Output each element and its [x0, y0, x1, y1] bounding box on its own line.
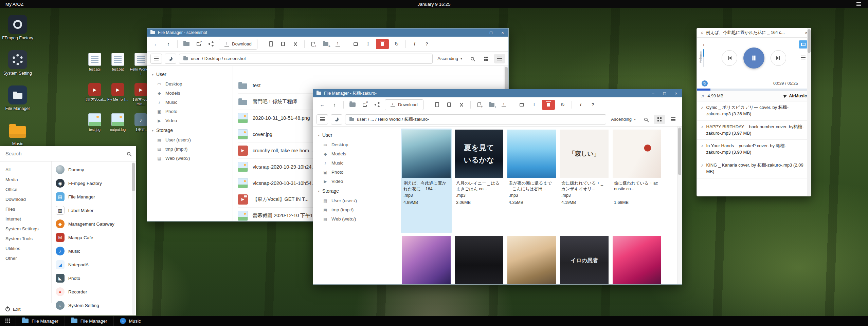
- sidebar-item[interactable]: ▤tmp (tmp:/): [147, 145, 233, 154]
- taskbar-item[interactable]: File Manager: [65, 316, 113, 326]
- sidebar-section-user[interactable]: ▾User: [313, 130, 399, 140]
- file-tile[interactable]: 憂 _ HamP cover...: [454, 235, 504, 284]
- file-tile[interactable]: 命に嫌われている + acoustic co... 1.69MB: [612, 129, 662, 233]
- sidebar-item[interactable]: ◆Models: [147, 89, 233, 98]
- new-folder-button[interactable]: [320, 39, 331, 50]
- help-button[interactable]: ?: [587, 99, 599, 110]
- delete-button[interactable]: [542, 100, 555, 110]
- sidebar-section-storage[interactable]: ▾Storage: [147, 125, 233, 135]
- download-button[interactable]: Download: [219, 39, 257, 50]
- new-file-button[interactable]: [308, 39, 319, 50]
- sidebar-item[interactable]: ▭Desktop: [313, 140, 399, 149]
- airmusic-button[interactable]: AirMusic: [784, 94, 807, 98]
- breadcrumb[interactable]: user: / Desktop / screenshot: [179, 54, 433, 64]
- app-list-item[interactable]: ▥ Label Maker: [52, 204, 136, 217]
- playlist-item[interactable]: ♪In Your Hands _ yusukeP cover. by 柘榴-za…: [697, 140, 811, 159]
- help-button[interactable]: ?: [421, 39, 433, 50]
- category-item[interactable]: Media: [0, 175, 51, 185]
- list-view-button[interactable]: [668, 115, 679, 124]
- sidebar-item[interactable]: ▤Web (web:/): [313, 214, 399, 224]
- paste-button[interactable]: [265, 39, 277, 50]
- list-view-button[interactable]: [494, 54, 505, 63]
- new-folder-button[interactable]: [486, 99, 498, 110]
- minimize-button[interactable]: –: [792, 28, 801, 37]
- playlist-item[interactable]: ♪Cynic _ ポリスピカデリー cover. by 柘榴-zakuro-.m…: [697, 101, 811, 121]
- app-list-item[interactable]: ▤ File Manager: [52, 190, 136, 204]
- search-icon[interactable]: [127, 152, 130, 155]
- open-button[interactable]: [181, 39, 192, 50]
- sidebar-item[interactable]: ▭Desktop: [147, 79, 233, 89]
- sidebar-item[interactable]: ▣Photo: [147, 107, 233, 116]
- file-tile[interactable]: 四季折々に揺られて...: [401, 235, 452, 284]
- upload-button[interactable]: [332, 39, 344, 50]
- refresh-button[interactable]: ↻: [557, 99, 568, 110]
- next-button[interactable]: [771, 50, 786, 66]
- app-list-item[interactable]: ◣ Photo: [52, 271, 136, 285]
- sidebar-item[interactable]: ▤User (user:/): [313, 196, 399, 205]
- back-button[interactable]: ←: [150, 39, 162, 50]
- back-button[interactable]: ←: [317, 99, 328, 110]
- dark-mode-button[interactable]: [331, 114, 342, 124]
- taskbar-item[interactable]: Music: [113, 316, 147, 326]
- category-item[interactable]: Files: [0, 204, 51, 214]
- menu-toggle-button[interactable]: [150, 54, 162, 64]
- properties-button[interactable]: [350, 39, 362, 50]
- playlist-scrollbar[interactable]: [807, 28, 811, 196]
- delete-button[interactable]: [376, 39, 389, 49]
- category-item[interactable]: Download: [0, 194, 51, 204]
- sort-dropdown[interactable]: Ascending▾: [609, 117, 638, 122]
- file-tile[interactable]: イロの愚者 亡霊圏少年 Avery...: [559, 235, 610, 284]
- search-button[interactable]: [467, 54, 478, 63]
- share-button[interactable]: [371, 99, 383, 110]
- refresh-button[interactable]: ↻: [391, 39, 402, 50]
- desktop-file-icon[interactable]: output.log: [107, 113, 129, 132]
- breadcrumb[interactable]: user: / ... / Hello World / 柘榴-zakuro-: [345, 114, 606, 124]
- app-list-item[interactable]: ○ System Setting: [52, 299, 136, 312]
- sidebar-item[interactable]: ▶Video: [313, 177, 399, 186]
- app-list-item[interactable]: ◆ Management Gateway: [52, 217, 136, 231]
- app-list-item[interactable]: ◢ NotepadA: [52, 258, 136, 271]
- rename-button[interactable]: I: [528, 99, 540, 110]
- app-list-item[interactable]: M Manga Cafe: [52, 231, 136, 244]
- sort-dropdown[interactable]: Ascending▾: [435, 56, 464, 61]
- close-button[interactable]: ×: [497, 28, 508, 37]
- sidebar-item[interactable]: ▤tmp (tmp:/): [313, 205, 399, 214]
- maximize-button[interactable]: □: [485, 28, 497, 37]
- file-tile[interactable]: 例えば、今此処に置かれた花に _ 164... .mp3 4.99MB: [401, 129, 452, 233]
- sidebar-section-user[interactable]: ▾User: [147, 69, 233, 79]
- scrollbar-thumb[interactable]: [678, 128, 681, 175]
- top-menu-button[interactable]: [856, 2, 861, 6]
- pause-button[interactable]: [743, 47, 764, 69]
- app-list-item[interactable]: ● Recorder: [52, 285, 136, 299]
- cut-button[interactable]: [456, 99, 467, 110]
- minimize-button[interactable]: –: [474, 28, 485, 37]
- category-item[interactable]: Utilities: [0, 244, 51, 253]
- playlist-item[interactable]: ♪KING _ Kanaria cover. by 柘榴-zakuro-.mp3…: [697, 159, 811, 178]
- sidebar-item[interactable]: ▶Video: [147, 116, 233, 125]
- sidebar-item[interactable]: ▤User (user:/): [147, 135, 233, 145]
- desktop-icon-music[interactable]: Music: [2, 121, 33, 146]
- desktop-file-icon[interactable]: 【東方Vocal...: [84, 83, 106, 106]
- scrollbar-thumb[interactable]: [808, 29, 811, 53]
- copy-button[interactable]: [277, 39, 289, 50]
- rename-button[interactable]: I: [362, 39, 374, 50]
- app-list-item[interactable]: ◉ FFmpeg Factory: [52, 176, 136, 190]
- up-button[interactable]: ↑: [329, 99, 340, 110]
- previous-button[interactable]: [722, 50, 737, 66]
- share-button[interactable]: [205, 39, 217, 50]
- desktop-icon-system-setting[interactable]: System Setting: [2, 50, 33, 76]
- player-titlebar[interactable]: ♫ 例えば、今此処に置かれた花に _ 164 c... – ×: [697, 28, 811, 38]
- category-item[interactable]: Internet: [0, 214, 51, 224]
- repeat-button[interactable]: ↻: [702, 80, 708, 87]
- scrollbar[interactable]: [677, 127, 682, 284]
- sidebar-item[interactable]: ◆Models: [313, 149, 399, 158]
- info-button[interactable]: i: [575, 99, 586, 110]
- desktop-file-icon[interactable]: test.jpg: [84, 113, 106, 132]
- grid-view-button[interactable]: [654, 115, 665, 124]
- minimize-button[interactable]: –: [647, 89, 659, 97]
- desktop-icon-ffmpeg-factory[interactable]: FFmpeg Factory: [2, 15, 33, 40]
- properties-button[interactable]: [516, 99, 528, 110]
- app-list-item[interactable]: ♪ Music: [52, 244, 136, 258]
- search-input[interactable]: [5, 151, 124, 156]
- download-button[interactable]: Download: [385, 99, 423, 110]
